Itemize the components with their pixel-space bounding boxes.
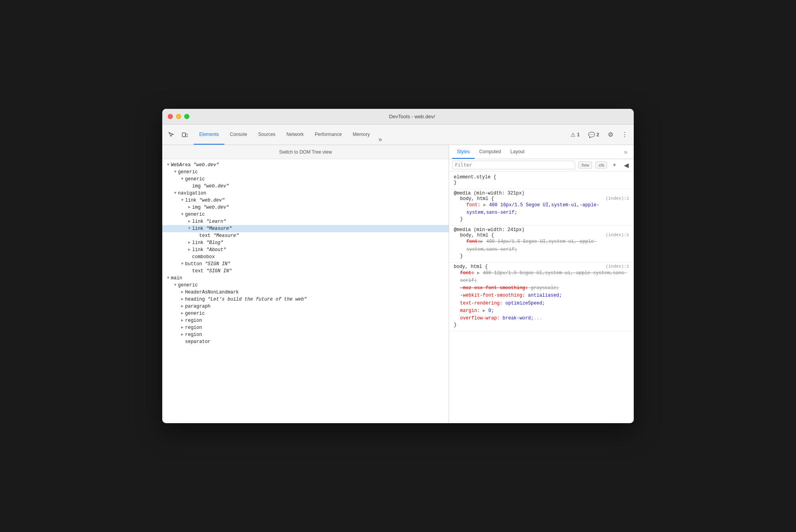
tree-node[interactable]: text "Measure" (162, 232, 449, 239)
tab-console[interactable]: Console (224, 125, 253, 145)
css-property[interactable]: font:▶ 400 14px/1.5 Segoe UI,system-ui,-… (454, 238, 629, 253)
tab-computed[interactable]: Computed (475, 145, 506, 159)
tree-toggle[interactable]: ▼ (165, 275, 171, 281)
settings-icon[interactable]: ⚙ (605, 129, 616, 141)
tree-toggle[interactable]: ▼ (172, 283, 178, 288)
tree-node[interactable]: ▶link "Blog" (162, 239, 449, 246)
tree-node[interactable]: ▶heading "Let's build the future of the … (162, 296, 449, 303)
tab-layout[interactable]: Layout (506, 145, 529, 159)
more-options-icon[interactable]: ⋮ (619, 129, 631, 141)
close-button[interactable] (168, 114, 173, 119)
css-property[interactable]: -moz-osx-font-smoothing: grayscale; (454, 284, 629, 292)
tree-node[interactable]: ▶region (162, 331, 449, 338)
tree-node[interactable]: ▼navigation (162, 190, 449, 197)
tab-network[interactable]: Network (281, 125, 309, 145)
devtools-toolbar: Elements Console Sources Network Perform… (162, 125, 634, 145)
tree-toggle[interactable]: ▶ (187, 240, 192, 246)
tree-node[interactable]: text "SIGN IN" (162, 268, 449, 275)
tree-node[interactable]: ▼generic (162, 176, 449, 183)
cls-button[interactable]: .cls (595, 161, 607, 169)
css-property[interactable]: font: ▶ 400 16px/1.5 Segoe UI,system-ui,… (454, 202, 629, 216)
css-source[interactable]: (index):1 (606, 264, 629, 269)
tree-toggle[interactable]: ▶ (180, 332, 185, 338)
tree-toggle[interactable]: ▼ (165, 162, 171, 168)
css-property[interactable]: -webkit-font-smoothing: antialiased; (454, 292, 629, 299)
tree-node[interactable]: combobox (162, 253, 449, 260)
tab-sources[interactable]: Sources (253, 125, 281, 145)
tree-node[interactable]: ▶link "About" (162, 246, 449, 253)
tree-node-text: text "Measure" (199, 233, 239, 238)
tree-toggle[interactable]: ▶ (180, 325, 185, 330)
svg-rect-1 (186, 134, 188, 137)
tree-node[interactable]: ▼link "web.dev" (162, 197, 449, 204)
tree-node[interactable]: ▶region (162, 324, 449, 331)
tree-node[interactable]: img "web.dev" (162, 183, 449, 190)
minimize-button[interactable] (176, 114, 181, 119)
tree-node[interactable]: ▼link "Measure" (162, 225, 449, 232)
css-selector-line: element.style { (454, 174, 629, 180)
tree-toggle[interactable]: ▼ (180, 198, 185, 203)
css-property[interactable]: overflow-wrap: break-word;... (454, 315, 629, 322)
toggle-sidebar-button[interactable]: ◀ (622, 161, 631, 169)
tree-node-text: link "About" (192, 247, 226, 253)
tree-toggle[interactable]: ▶ (187, 247, 192, 253)
inspector-icon[interactable] (165, 129, 177, 141)
maximize-button[interactable] (184, 114, 189, 119)
css-property[interactable]: margin: ▶ 0; (454, 307, 629, 315)
tree-node-text: region (185, 325, 202, 330)
tree-toggle[interactable]: ▶ (180, 311, 185, 316)
tree-toggle[interactable]: ▶ (180, 318, 185, 323)
tree-toggle[interactable]: ▶ (187, 205, 192, 210)
dom-tree[interactable]: ▼WebArea "web.dev"▼generic▼genericimg "w… (162, 159, 449, 423)
css-source[interactable]: (index):1 (606, 196, 629, 201)
message-badge[interactable]: 💬 2 (585, 130, 602, 139)
tree-node[interactable]: ▼main (162, 275, 449, 282)
tree-toggle[interactable]: ▶ (180, 297, 185, 302)
tab-performance[interactable]: Performance (309, 125, 347, 145)
titlebar: DevTools - web.dev/ (162, 109, 634, 125)
tree-toggle[interactable]: ▼ (172, 169, 178, 175)
tree-node[interactable]: ▶generic (162, 310, 449, 317)
tree-toggle[interactable]: ▼ (172, 191, 178, 196)
tab-elements[interactable]: Elements (194, 125, 224, 145)
tree-node[interactable]: ▼WebArea "web.dev" (162, 161, 449, 169)
tree-toggle[interactable]: ▼ (187, 226, 192, 231)
css-property[interactable]: font: ▶ 400 12px/1.5 Segoe UI,system-ui,… (454, 270, 629, 284)
tree-node[interactable]: ▼generic (162, 282, 449, 289)
switch-view-button[interactable]: Switch to DOM Tree view (279, 149, 332, 155)
styles-more-tabs[interactable]: » (621, 149, 631, 156)
tree-node[interactable]: ▶region (162, 317, 449, 324)
tab-styles[interactable]: Styles (452, 145, 475, 159)
tree-node-text: generic (185, 311, 205, 316)
tree-node[interactable]: separator (162, 338, 449, 345)
css-rule: element.style {} (449, 173, 634, 189)
tree-node[interactable]: ▶link "Learn" (162, 218, 449, 225)
device-toggle-icon[interactable] (179, 129, 191, 141)
tree-node[interactable]: ▶paragraph (162, 303, 449, 310)
tree-toggle[interactable]: ▶ (180, 290, 185, 295)
css-property[interactable]: text-rendering: optimizeSpeed; (454, 300, 629, 307)
add-style-button[interactable]: + (610, 161, 619, 169)
message-count: 2 (596, 132, 599, 138)
tree-node[interactable]: ▼generic (162, 211, 449, 218)
tree-node-text: generic (185, 212, 205, 217)
warning-badge[interactable]: ⚠ 1 (567, 130, 583, 139)
styles-filter-input[interactable] (452, 161, 575, 169)
css-rule: @media (min-width: 241px)body, html {(in… (449, 226, 634, 262)
tree-toggle[interactable]: ▶ (187, 219, 192, 224)
tree-toggle[interactable]: ▼ (180, 176, 185, 182)
css-selector-line: body, html {(index):1 (454, 264, 629, 270)
tree-node[interactable]: ▶img "web.dev" (162, 204, 449, 211)
tree-toggle[interactable]: ▼ (180, 212, 185, 217)
css-source[interactable]: (index):1 (606, 233, 629, 237)
hov-button[interactable]: :hov (578, 161, 592, 169)
tab-memory[interactable]: Memory (347, 125, 375, 145)
tree-toggle[interactable]: ▼ (180, 261, 185, 267)
tree-node-text: img "web.dev" (192, 205, 229, 210)
tree-node[interactable]: ▶HeaderAsNonLandmark (162, 289, 449, 296)
tree-node[interactable]: ▼generic (162, 169, 449, 176)
tree-toggle[interactable]: ▶ (180, 304, 185, 309)
more-tabs-button[interactable]: » (375, 134, 385, 145)
warning-icon: ⚠ (570, 132, 576, 138)
tree-node[interactable]: ▼button "SIGN IN" (162, 260, 449, 268)
